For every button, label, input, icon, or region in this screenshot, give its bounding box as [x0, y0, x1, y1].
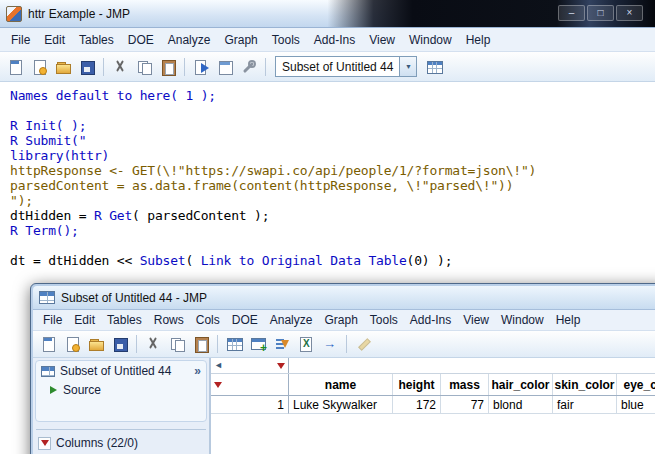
paste-icon — [160, 59, 176, 75]
cell[interactable]: 77 — [441, 396, 489, 414]
copy-button[interactable] — [166, 333, 188, 355]
export-button[interactable] — [295, 333, 317, 355]
export-icon — [298, 336, 314, 352]
data-table-button[interactable] — [423, 56, 445, 78]
menu-item-file[interactable]: File — [4, 30, 37, 50]
source-script-item[interactable]: Source — [36, 381, 206, 399]
menu-item-tools[interactable]: Tools — [265, 30, 307, 50]
close-button[interactable]: × — [616, 5, 643, 21]
menu-item-rows[interactable]: Rows — [148, 311, 190, 329]
menu-item-add-ins[interactable]: Add-Ins — [307, 30, 362, 50]
scroll-left-icon[interactable]: ◄ — [214, 361, 223, 370]
menu-item-cols[interactable]: Cols — [190, 311, 226, 329]
menu-item-window[interactable]: Window — [402, 30, 459, 50]
cut-button[interactable] — [109, 56, 131, 78]
cell[interactable]: Luke Skywalker — [289, 396, 393, 414]
column-header-height[interactable]: height — [393, 374, 441, 395]
columns-hotspot-icon[interactable] — [277, 363, 285, 369]
toolbar-separator — [103, 58, 104, 76]
layout-icon — [217, 59, 233, 75]
cell[interactable]: blond — [489, 396, 553, 414]
table-titlebar[interactable]: Subset of Untitled 44 - JMP — [33, 286, 655, 310]
open-button[interactable] — [52, 56, 74, 78]
cell[interactable]: fair — [553, 396, 617, 414]
menu-item-add-ins[interactable]: Add-Ins — [404, 311, 457, 329]
grid-strip-filler — [289, 358, 655, 373]
new-script-button[interactable] — [61, 333, 83, 355]
pencil-button[interactable] — [352, 333, 374, 355]
grid-plus-button[interactable] — [247, 333, 269, 355]
column-header-mass[interactable]: mass — [441, 374, 489, 395]
layout-button[interactable] — [214, 56, 236, 78]
code-token: Names default to here( 1 ); — [10, 88, 216, 103]
menu-item-view[interactable]: View — [457, 311, 495, 329]
menu-item-analyze[interactable]: Analyze — [161, 30, 218, 50]
red-triangle-icon — [41, 440, 49, 446]
new-script-icon — [31, 59, 47, 75]
new-data-table-button[interactable] — [4, 56, 26, 78]
save-button[interactable] — [109, 333, 131, 355]
menu-item-help[interactable]: Help — [459, 30, 498, 50]
menu-item-tables[interactable]: Tables — [101, 311, 148, 329]
chevron-right-icon[interactable]: » — [194, 364, 201, 378]
menu-item-edit[interactable]: Edit — [37, 30, 72, 50]
code-line — [10, 238, 655, 253]
menu-item-graph[interactable]: Graph — [318, 311, 363, 329]
column-header-skin_color[interactable]: skin_color — [553, 374, 617, 395]
save-button[interactable] — [76, 56, 98, 78]
row-number[interactable]: 1 — [211, 396, 289, 414]
code-token: parsedContent = as.data.frame(content(ht… — [10, 178, 513, 193]
grid-button[interactable] — [223, 333, 245, 355]
main-window-title: httr Example - JMP — [28, 7, 130, 21]
arrow-button[interactable] — [319, 333, 341, 355]
table-toolbar — [33, 331, 655, 358]
cell[interactable]: blue — [617, 396, 655, 414]
paste-button[interactable] — [190, 333, 212, 355]
menu-item-analyze[interactable]: Analyze — [264, 311, 319, 329]
rows-hotspot-icon[interactable] — [214, 382, 222, 388]
new-script-button[interactable] — [28, 56, 50, 78]
column-header-hair_color[interactable]: hair_color — [489, 374, 553, 395]
menu-item-graph[interactable]: Graph — [217, 30, 264, 50]
minimize-button[interactable]: – — [558, 5, 585, 21]
menu-item-window[interactable]: Window — [495, 311, 550, 329]
columns-panel-header[interactable]: Columns (22/0) — [33, 433, 209, 453]
run-script-button[interactable] — [190, 56, 212, 78]
column-header-eye_color[interactable]: eye_color — [617, 374, 655, 395]
preferences-button[interactable] — [238, 56, 260, 78]
table-menubar: FileEditTablesRowsColsDOEAnalyzeGraphToo… — [33, 310, 655, 331]
dropdown-value: Subset of Untitled 44 — [276, 60, 399, 74]
table-panel-icon — [41, 366, 55, 377]
paste-button[interactable] — [157, 56, 179, 78]
columns-menu-icon[interactable] — [38, 437, 51, 450]
dropdown-arrow-button[interactable]: ▼ — [399, 57, 416, 76]
menu-item-help[interactable]: Help — [550, 311, 587, 329]
arrow-icon — [322, 336, 338, 352]
column-header-name[interactable]: name — [289, 374, 393, 395]
data-table-window: Subset of Untitled 44 - JMP FileEditTabl… — [30, 283, 655, 454]
copy-button[interactable] — [133, 56, 155, 78]
table-panel-header[interactable]: Subset of Untitled 44 » — [36, 361, 206, 381]
new-data-table-button[interactable] — [37, 333, 59, 355]
menu-item-doe[interactable]: DOE — [121, 30, 161, 50]
cut-button[interactable] — [142, 333, 164, 355]
menu-item-tools[interactable]: Tools — [364, 311, 404, 329]
grid-plus-icon — [250, 336, 266, 352]
maximize-button[interactable]: □ — [587, 5, 614, 21]
menu-item-tables[interactable]: Tables — [72, 30, 121, 50]
cell[interactable]: 172 — [393, 396, 441, 414]
table-sidebar: Subset of Untitled 44 » Source Columns (… — [33, 358, 211, 454]
new-data-table-icon — [40, 336, 56, 352]
menu-item-doe[interactable]: DOE — [226, 311, 264, 329]
desktop: httr Example - JMP –□× FileEditTablesDOE… — [0, 0, 655, 454]
table-panel-title: Subset of Untitled 44 — [60, 364, 171, 378]
main-titlebar[interactable]: httr Example - JMP –□× — [0, 0, 655, 28]
open-button[interactable] — [85, 333, 107, 355]
open-icon — [55, 59, 71, 75]
menu-item-view[interactable]: View — [362, 30, 402, 50]
current-data-table-dropdown[interactable]: Subset of Untitled 44 ▼ — [275, 56, 417, 77]
menu-item-file[interactable]: File — [37, 311, 68, 329]
menu-item-edit[interactable]: Edit — [68, 311, 101, 329]
grid-corner-header — [211, 374, 289, 395]
sort-button[interactable] — [271, 333, 293, 355]
